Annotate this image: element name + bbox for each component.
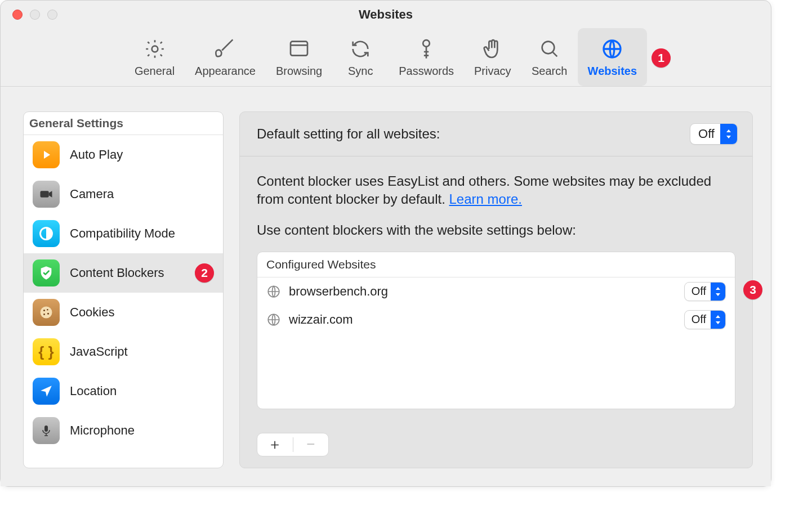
site-setting-select[interactable]: Off [684,282,726,301]
chevrons-icon [720,124,737,144]
microphone-icon [33,417,60,444]
tab-websites[interactable]: Websites [578,28,647,86]
tab-privacy[interactable]: Privacy [464,28,521,86]
svg-point-7 [41,307,52,319]
settings-sidebar: General Settings Auto Play Camera Compat… [23,111,224,468]
annotation-badge-1: 1 [652,48,671,68]
tab-browsing[interactable]: Browsing [266,28,332,86]
sidebar-item-label: Cookies [70,305,114,320]
tab-passwords[interactable]: Passwords [389,28,464,86]
globe-icon [266,284,281,299]
select-value: Off [685,311,711,329]
camera-icon [33,181,60,208]
compat-icon [33,220,60,247]
tab-label: Privacy [474,65,511,78]
window-title: Websites [1,7,771,22]
default-setting-row: Default setting for all websites: Off 3 [240,112,752,156]
default-setting-label: Default setting for all websites: [257,126,440,142]
tab-appearance[interactable]: Appearance [185,28,266,86]
configured-websites-table: Configured Websites browserbench.org Off [257,252,735,409]
sidebar-item-location[interactable]: Location [24,371,223,411]
remove-website-button[interactable]: − [293,433,329,456]
table-header: Configured Websites [257,252,735,277]
sidebar-item-compat[interactable]: Compatibility Mode [24,214,223,253]
sidebar-item-content-blockers[interactable]: Content Blockers 2 [24,253,223,293]
gear-icon [142,37,167,61]
sidebar-item-microphone[interactable]: Microphone [24,411,223,450]
svg-point-9 [47,309,48,311]
content-blocker-description: Content blocker uses EasyList and others… [257,172,735,209]
svg-point-3 [542,42,554,54]
brush-icon [213,37,238,61]
select-value: Off [690,124,720,144]
svg-point-2 [423,40,430,47]
preferences-window: Websites General Appearance Browsing [0,0,771,487]
select-value: Off [685,283,711,301]
table-row[interactable]: browserbench.org Off [257,277,735,306]
tab-label: Passwords [399,65,454,78]
play-icon [33,141,60,168]
default-setting-select[interactable]: Off [690,123,738,145]
svg-point-8 [43,310,45,311]
site-name: browserbench.org [289,284,388,299]
tab-label: Websites [588,65,637,78]
cookie-icon [33,299,60,326]
tab-label: General [135,65,175,78]
sidebar-item-autoplay[interactable]: Auto Play [24,135,223,174]
location-arrow-icon [33,378,60,405]
tab-search[interactable]: Search [521,28,578,86]
site-setting-select[interactable]: Off [684,310,726,329]
svg-rect-5 [41,191,49,198]
sidebar-item-label: Microphone [70,423,135,438]
svg-rect-12 [44,426,48,432]
tab-sync[interactable]: Sync [332,28,389,86]
window-zoom-button[interactable] [47,10,57,20]
traffic-lights [12,10,57,20]
sidebar-item-label: JavaScript [70,344,128,359]
tab-label: Search [532,65,567,78]
content-area: General Settings Auto Play Camera Compat… [1,87,771,486]
window-close-button[interactable] [12,10,23,20]
window-minimize-button[interactable] [30,10,40,20]
sidebar-item-label: Camera [70,187,114,201]
annotation-badge-2: 2 [195,263,214,283]
tab-label: Sync [348,65,373,78]
sidebar-item-javascript[interactable]: { } JavaScript [24,332,223,371]
site-name: wizzair.com [289,312,353,327]
table-row[interactable]: wizzair.com Off [257,306,735,334]
add-remove-control: ＋ − [257,433,329,456]
globe-icon [266,312,281,327]
chevrons-icon [711,283,725,301]
sync-icon [348,37,373,61]
sidebar-header: General Settings [24,112,223,135]
svg-rect-1 [291,42,307,56]
hand-icon [480,37,505,61]
annotation-badge-3: 3 [743,280,762,299]
tab-label: Browsing [276,65,322,78]
braces-icon: { } [33,338,60,365]
titlebar: Websites [1,1,771,28]
window-icon [287,37,311,61]
use-content-blockers-label: Use content blockers with the website se… [257,222,735,238]
tab-label: Appearance [195,65,256,78]
preferences-toolbar: General Appearance Browsing Sync [1,28,771,87]
shield-check-icon [33,259,60,286]
chevrons-icon [711,311,725,329]
detail-panel: Default setting for all websites: Off 3 … [239,111,753,468]
sidebar-item-label: Auto Play [70,147,123,162]
sidebar-item-camera[interactable]: Camera [24,174,223,214]
add-website-button[interactable]: ＋ [257,433,293,456]
sidebar-item-label: Compatibility Mode [70,226,175,241]
svg-point-0 [151,46,158,52]
globe-icon [600,37,624,61]
tab-general[interactable]: General [124,28,185,86]
sidebar-item-label: Location [70,384,117,398]
sidebar-item-label: Content Blockers [70,266,164,280]
sidebar-item-cookies[interactable]: Cookies [24,293,223,332]
learn-more-link[interactable]: Learn more. [449,191,522,207]
magnifying-glass-icon [537,37,562,61]
svg-point-10 [47,313,49,315]
key-icon [414,37,439,61]
svg-point-11 [43,314,45,315]
